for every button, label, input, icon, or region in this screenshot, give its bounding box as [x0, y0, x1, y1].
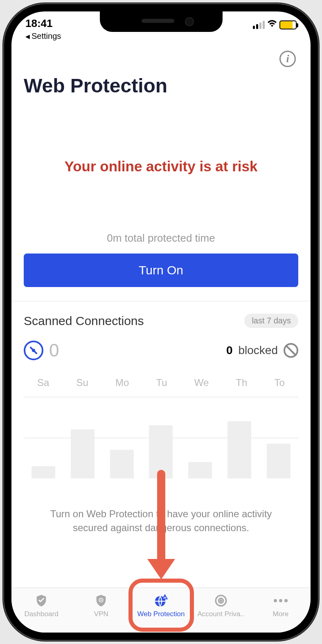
period-pill[interactable]: last 7 days	[244, 314, 298, 328]
chart-label: Tu	[156, 377, 167, 388]
compass-icon	[24, 341, 43, 360]
turn-on-button[interactable]: Turn On	[24, 254, 298, 287]
chart-bar	[227, 421, 251, 478]
svg-point-0	[99, 598, 104, 602]
tab-label: Account Priva..	[197, 610, 244, 618]
chart-label: We	[194, 377, 209, 388]
scanned-chart: Sa Su Mo Tu We Th To	[24, 377, 298, 478]
cellular-signal-icon	[253, 21, 265, 29]
shield-check-icon	[34, 594, 48, 608]
chart-label: Su	[77, 377, 88, 388]
svg-point-6	[220, 600, 221, 601]
scanned-count: 0	[49, 340, 59, 361]
chart-label: Mo	[115, 377, 129, 388]
blocked-label: blocked	[238, 344, 278, 357]
callout-arrow	[147, 470, 175, 579]
screen: 18:41 Settings i Web Protection Your onl…	[11, 11, 311, 633]
protected-time-label: 0m total protected time	[24, 232, 298, 245]
chart-label: To	[274, 377, 284, 388]
tab-account-privacy[interactable]: Account Priva..	[192, 594, 250, 618]
status-time: 18:41	[25, 17, 61, 30]
tab-vpn[interactable]: VPN	[72, 594, 130, 618]
notch	[100, 11, 223, 32]
wifi-icon	[267, 20, 277, 30]
tab-label: More	[272, 610, 288, 618]
blocked-icon	[284, 343, 298, 358]
back-to-settings[interactable]: Settings	[25, 31, 61, 41]
risk-message: Your online activity is at risk	[24, 158, 298, 175]
info-icon[interactable]: i	[279, 51, 296, 67]
chart-label: Th	[236, 377, 247, 388]
callout-highlight	[128, 579, 194, 632]
chart-label: Sa	[37, 377, 49, 388]
chart-bar	[110, 450, 134, 478]
page-title: Web Protection	[24, 74, 298, 97]
chart-bar	[267, 444, 290, 478]
blocked-count: 0	[226, 344, 233, 357]
chart-bar	[71, 429, 95, 478]
tab-more[interactable]: More	[252, 594, 309, 618]
phone-frame: 18:41 Settings i Web Protection Your onl…	[4, 4, 318, 640]
scanned-connections-title: Scanned Connections	[24, 314, 144, 328]
battery-icon	[279, 20, 297, 29]
divider	[11, 301, 311, 301]
chart-bars	[24, 397, 298, 478]
shield-link-icon	[94, 594, 108, 608]
chart-bar	[188, 462, 212, 478]
tab-label: VPN	[94, 610, 108, 618]
more-dots-icon	[274, 594, 288, 608]
target-icon	[214, 594, 228, 608]
tab-label: Dashboard	[25, 610, 59, 618]
chart-bar	[32, 466, 55, 478]
tab-dashboard[interactable]: Dashboard	[13, 594, 70, 618]
